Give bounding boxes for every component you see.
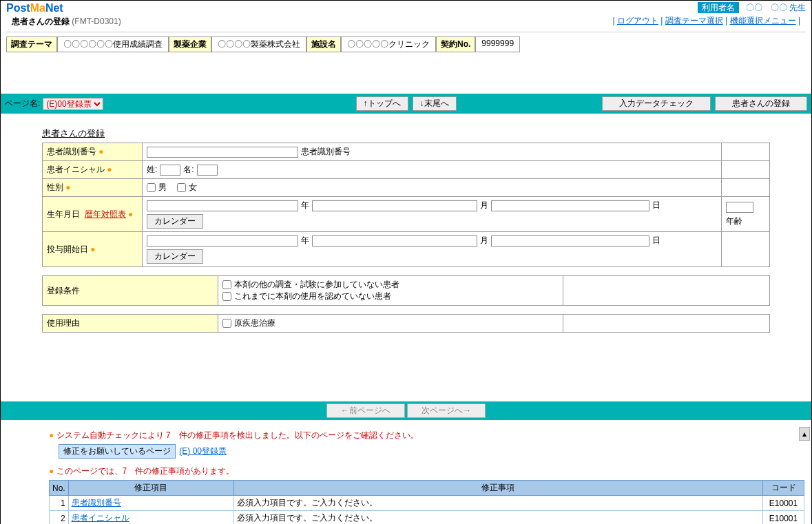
section-title: 患者さんの登録	[42, 127, 811, 140]
initials-label: 患者イニシャル	[47, 165, 105, 174]
row-no: 2	[50, 511, 69, 525]
facility-label: 施設名	[306, 36, 341, 52]
row-issue: 必須入力項目です。ご入力ください。	[233, 511, 762, 525]
company-value: 〇〇〇〇製薬株式会社	[211, 36, 306, 52]
contract-value: 9999999	[475, 36, 520, 52]
end-button[interactable]: ↓末尾へ	[413, 96, 457, 111]
th-no: No.	[50, 481, 69, 496]
given-input[interactable]	[197, 165, 218, 176]
logout-link[interactable]: ログアウト	[617, 16, 658, 25]
menu-link[interactable]: 機能選択メニュー	[730, 16, 796, 25]
day-label: 日	[652, 200, 660, 211]
row-code: E10001	[763, 511, 804, 525]
th-issue: 修正事項	[233, 481, 762, 496]
user-name: 〇〇 〇〇 先生	[742, 3, 806, 12]
contract-label: 契約No.	[436, 36, 475, 52]
sex-label: 性別	[47, 182, 63, 192]
calendar-button-2[interactable]: カレンダー	[147, 249, 203, 264]
error-table: No. 修正項目 修正事項 コード 1 患者識別番号 必須入力項目です。ご入力く…	[49, 480, 804, 524]
err-item-link[interactable]: 患者識別番号	[72, 498, 121, 507]
reason1-label: 原疾患治療	[234, 317, 275, 329]
toolbar: ページ名: (E)00登録票 ↑トップへ ↓末尾へ 入力データチェック 患者さん…	[1, 94, 811, 114]
male-label: 男	[158, 182, 167, 193]
month-label: 月	[480, 235, 488, 247]
dob-label: 生年月日	[47, 209, 80, 219]
age-input[interactable]	[726, 202, 753, 213]
table-row: 2 患者イニシャル 必須入力項目です。ご入力ください。 E10001	[50, 511, 804, 525]
day-label: 日	[652, 235, 660, 247]
user-label: 利用者名	[698, 2, 739, 13]
cond2-label: これまでに本剤の使用を認めていない患者	[234, 291, 391, 302]
page-subtitle: 患者さんの登録 (FMT-D0301)	[6, 14, 127, 29]
scroll-up-icon[interactable]: ▴	[799, 427, 810, 441]
surname-input[interactable]	[160, 165, 180, 176]
warn-icon: ●	[49, 430, 54, 440]
reason-table: 使用理由 原疾患治療	[42, 314, 770, 333]
required-icon: ●	[107, 165, 112, 174]
year-label: 年	[301, 235, 309, 247]
start-day-input[interactable]	[491, 235, 649, 247]
nav-bar: ←前ページへ 次ページへ→	[1, 401, 811, 420]
err-item-link[interactable]: 患者イニシャル	[72, 513, 129, 523]
logo: PostMaNet	[6, 2, 127, 14]
cond1-label: 本剤の他の調査・試験に参加していない患者	[234, 279, 399, 291]
calendar-button[interactable]: カレンダー	[147, 214, 203, 229]
page-check-msg: このページでは、7 件の修正事項があります。	[56, 466, 235, 476]
theme-link[interactable]: 調査テーマ選択	[665, 16, 723, 25]
start-label: 投与開始日	[47, 244, 88, 254]
fix-pages-label: 修正をお願いしているページ	[59, 444, 176, 459]
required-icon: ●	[98, 147, 103, 156]
company-label: 製薬企業	[169, 36, 211, 52]
cond1-checkbox[interactable]	[222, 280, 231, 289]
row-no: 1	[50, 496, 69, 511]
patient-id-label: 患者識別番号	[47, 147, 96, 156]
theme-label: 調査テーマ	[6, 36, 57, 52]
theme-value: 〇〇〇〇〇〇使用成績調査	[57, 36, 169, 52]
row-issue: 必須入力項目です。ご入力ください。	[233, 496, 762, 511]
patient-id-suffix: 患者識別番号	[301, 146, 351, 158]
register-button[interactable]: 患者さんの登録	[715, 96, 807, 111]
start-month-input[interactable]	[312, 235, 477, 247]
male-checkbox[interactable]	[147, 183, 156, 192]
check-area: ▴ ● システム自動チェックにより 7 件の修正事項を検出しました。以下のページ…	[1, 420, 811, 524]
cond-label: 登録条件	[47, 286, 80, 295]
patient-id-input[interactable]	[147, 147, 298, 158]
age-label: 年齢	[726, 216, 742, 227]
warn-icon: ●	[49, 466, 54, 476]
check-button[interactable]: 入力データチェック	[602, 96, 711, 111]
row-code: E10001	[763, 496, 804, 511]
page-name-label: ページ名:	[5, 98, 40, 109]
conditions-table: 登録条件 本剤の他の調査・試験に参加していない患者 これまでに本剤の使用を認めて…	[42, 275, 770, 306]
female-label: 女	[189, 182, 197, 193]
required-icon: ●	[65, 182, 70, 192]
required-icon: ●	[90, 244, 95, 254]
reason1-checkbox[interactable]	[222, 319, 231, 328]
female-checkbox[interactable]	[177, 183, 186, 192]
patient-form: 患者識別番号 ● 患者識別番号 患者イニシャル ● 姓: 名: 性別 ● 男 女…	[42, 143, 770, 267]
th-code: コード	[763, 481, 804, 496]
page-select[interactable]: (E)00登録票	[43, 98, 103, 110]
year-label: 年	[301, 200, 309, 211]
top-button[interactable]: ↑トップへ	[356, 96, 408, 111]
prev-page-button[interactable]: ←前ページへ	[326, 404, 405, 418]
fix-page-link[interactable]: (E) 00登録票	[179, 446, 227, 457]
required-icon: ●	[128, 209, 133, 219]
nav-links: | ログアウト | 調査テーマ選択 | 機能選択メニュー |	[607, 14, 806, 28]
surname-label: 姓:	[147, 164, 157, 176]
sys-check-msg: システム自動チェックにより 7 件の修正事項を検出しました。以下のページをご確認…	[56, 430, 419, 440]
month-label: 月	[480, 200, 488, 211]
start-year-input[interactable]	[147, 235, 298, 247]
th-item: 修正項目	[68, 481, 233, 496]
cond2-checkbox[interactable]	[222, 292, 231, 301]
table-row: 1 患者識別番号 必須入力項目です。ご入力ください。 E10001	[50, 496, 804, 511]
info-bar: 調査テーマ 〇〇〇〇〇〇使用成績調査 製薬企業 〇〇〇〇製薬株式会社 施設名 〇…	[6, 36, 806, 52]
dob-month-input[interactable]	[312, 200, 477, 211]
reason-label: 使用理由	[47, 318, 80, 328]
facility-value: 〇〇〇〇〇クリニック	[341, 36, 436, 52]
dob-day-input[interactable]	[491, 200, 649, 211]
era-link[interactable]: 暦年対照表	[85, 209, 126, 219]
next-page-button[interactable]: 次ページへ→	[407, 404, 486, 418]
given-label: 名:	[183, 164, 194, 176]
dob-year-input[interactable]	[147, 200, 298, 211]
